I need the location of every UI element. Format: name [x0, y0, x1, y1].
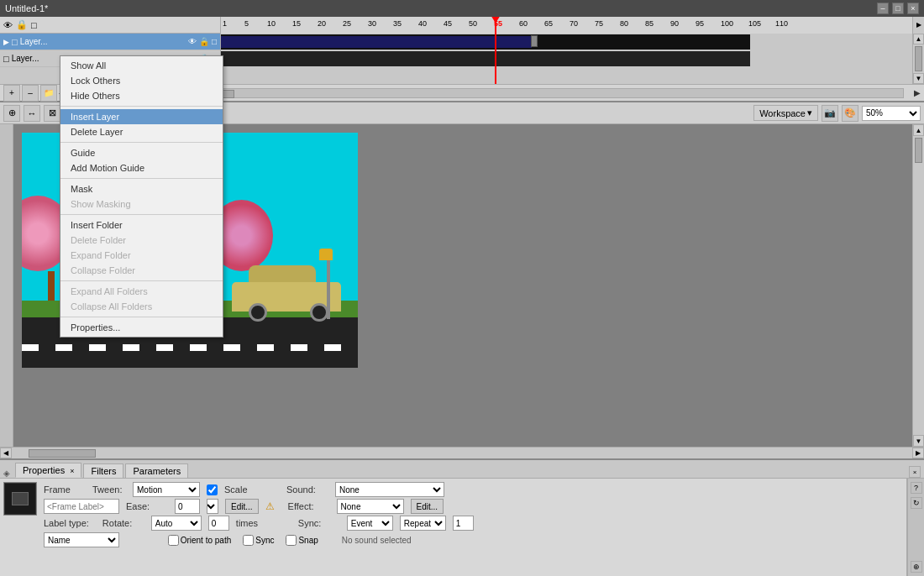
stage-scroll-thumb[interactable]	[915, 138, 922, 163]
close-button[interactable]: ×	[907, 3, 919, 14]
panel-controls: ×	[909, 466, 921, 478]
frames-ruler: 1 5 10 15 20 25 30 35 40 45 50 55 60 65 …	[221, 17, 924, 34]
scale-checkbox[interactable]	[207, 484, 218, 495]
ruler-40: 40	[418, 19, 427, 28]
rotate-select[interactable]: Auto CW CCW None	[151, 516, 202, 531]
lamp-post-2	[324, 249, 333, 319]
tab-filters[interactable]: Filters	[83, 463, 123, 478]
props-row-3: Label type: Rotate: Auto CW CCW None tim…	[44, 516, 903, 531]
camera-icon-btn[interactable]: 📷	[822, 105, 838, 122]
menu-expand-folder: Expand Folder	[60, 248, 223, 263]
sync-label: Sync:	[298, 518, 340, 528]
tool-btn-1[interactable]: ⊕	[3, 105, 20, 122]
sync-checkbox[interactable]	[243, 535, 254, 546]
panel-close-btn[interactable]: ×	[909, 466, 921, 478]
tool-btn-2[interactable]: ↔	[24, 105, 40, 122]
zoom-select[interactable]: 25% 50% 75% 100% 150% 200%	[862, 106, 921, 121]
layer-row-1[interactable]: ▶ □ Layer... 👁 🔒 □	[0, 34, 220, 50]
ruler-85: 85	[645, 19, 654, 28]
label-type-select[interactable]: Name Comment Anchor	[44, 532, 119, 547]
stage-scroll-down[interactable]: ▼	[913, 435, 924, 447]
effect-select[interactable]: None	[337, 499, 404, 514]
snap-checkbox[interactable]	[286, 535, 297, 546]
layer-1-eye[interactable]: 👁	[188, 37, 197, 46]
tool-btn-3[interactable]: ⊠	[44, 105, 60, 122]
frame-end-marker	[531, 35, 538, 47]
ruler-1: 1	[223, 19, 227, 28]
effect-edit-btn[interactable]: Edit...	[411, 499, 444, 514]
delete-layer-btn[interactable]: –	[22, 85, 39, 102]
ease-edit-btn[interactable]: Edit...	[225, 499, 259, 514]
add-folder-btn[interactable]: 📁	[40, 85, 57, 102]
properties-tab-close[interactable]: ×	[70, 467, 74, 475]
color-icon-btn[interactable]: 🎨	[842, 105, 858, 122]
layer-1-outline[interactable]: □	[212, 37, 217, 46]
menu-insert-layer[interactable]: Insert Layer	[60, 109, 223, 124]
minimize-button[interactable]: –	[877, 3, 889, 14]
tween-label: Tween:	[92, 484, 126, 495]
thumb-preview	[12, 492, 29, 505]
sound-label: Sound:	[286, 484, 328, 495]
rotate-count-input[interactable]	[208, 516, 229, 531]
left-tools	[0, 124, 13, 447]
workspace-button[interactable]: Workspace ▾	[753, 105, 818, 121]
repeat-count-input[interactable]	[453, 516, 474, 531]
menu-add-motion-guide[interactable]: Add Motion Guide	[60, 160, 223, 175]
scroll-thumb[interactable]	[915, 46, 922, 71]
scroll-down-btn[interactable]: ▼	[913, 73, 924, 84]
props-row-2: Ease: ▾ Edit... ⚠ Effect: None Edit...	[44, 499, 903, 514]
playhead-line	[495, 34, 496, 84]
ease-input[interactable]	[175, 499, 200, 514]
refresh-icon-btn[interactable]: ↻	[911, 497, 922, 509]
menu-properties[interactable]: Properties...	[60, 320, 223, 335]
menu-show-all[interactable]: Show All	[60, 58, 223, 73]
lamp-pole-2	[327, 260, 330, 319]
help-icon-btn[interactable]: ?	[911, 482, 922, 494]
timeline-header: 👁 🔒 □ 1 5 10 15 20 25 30 35 40 45 50	[0, 17, 924, 34]
menu-hide-others[interactable]: Hide Others	[60, 88, 223, 103]
layer-expand-icon: ▶	[3, 38, 9, 46]
stage-scroll-up[interactable]: ▲	[913, 124, 924, 136]
sep-2	[60, 142, 223, 143]
menu-insert-folder[interactable]: Insert Folder	[60, 217, 223, 233]
repeat-select[interactable]: Repeat Loop	[400, 516, 446, 531]
menu-delete-layer[interactable]: Delete Layer	[60, 124, 223, 139]
frame-label-input[interactable]	[44, 499, 119, 514]
stage-scroll-track	[913, 136, 924, 435]
sync-select[interactable]: Event Start Stop Stream	[347, 516, 393, 531]
scroll-up-btn[interactable]: ▲	[913, 34, 924, 45]
tween-select[interactable]: None Motion Shape	[133, 482, 200, 497]
ruler-15: 15	[292, 19, 301, 28]
layer-1-lock[interactable]: 🔒	[199, 37, 209, 46]
maximize-button[interactable]: □	[892, 3, 904, 14]
sound-select[interactable]: None	[335, 482, 444, 497]
orient-path-checkbox[interactable]	[168, 535, 179, 546]
scroll-right-btn[interactable]: ▶	[914, 88, 921, 97]
tab-parameters[interactable]: Parameters	[125, 463, 188, 478]
menu-delete-folder: Delete Folder	[60, 233, 223, 248]
hscroll-thumb[interactable]	[29, 449, 96, 458]
hscroll-left[interactable]: ◀	[0, 448, 12, 458]
sync-check: Sync	[243, 535, 274, 546]
workspace-label: Workspace	[759, 108, 806, 118]
hscroll-bar[interactable]	[166, 88, 904, 98]
thumb-image	[5, 484, 35, 514]
ruler-10: 10	[267, 19, 276, 28]
menu-guide[interactable]: Guide	[60, 145, 223, 160]
tab-properties[interactable]: Properties ×	[15, 463, 81, 478]
orient-path-check: Orient to path	[168, 535, 232, 546]
settings-icon-btn[interactable]: ⊕	[911, 561, 922, 573]
hscroll-right[interactable]: ▶	[912, 448, 924, 458]
ease-dropdown[interactable]: ▾	[207, 499, 218, 514]
ruler-scroll-btn[interactable]: ▶	[912, 17, 924, 34]
add-layer-btn[interactable]: +	[3, 85, 20, 102]
properties-tab-label: Properties	[23, 465, 65, 475]
menu-lock-others[interactable]: Lock Others	[60, 73, 223, 88]
workspace-arrow: ▾	[807, 107, 812, 118]
ruler-45: 45	[444, 19, 452, 28]
panel-icon: ◈	[3, 469, 10, 478]
menu-mask[interactable]: Mask	[60, 181, 223, 196]
stage-scrollbar-v: ▲ ▼	[912, 124, 924, 447]
ruler-100: 100	[721, 19, 733, 28]
title-controls: – □ ×	[877, 3, 919, 14]
